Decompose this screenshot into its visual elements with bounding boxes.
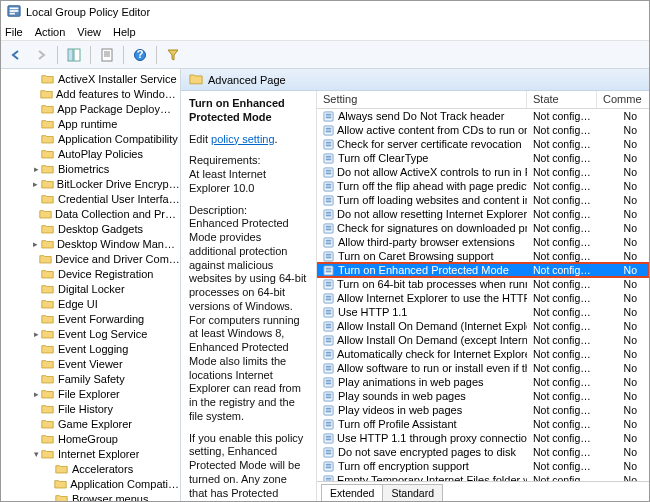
toggle-tree-button[interactable]: [63, 44, 85, 66]
tree-item[interactable]: ▸BitLocker Drive Encryption: [3, 176, 180, 191]
tree-item[interactable]: App Package Deployment: [3, 101, 180, 116]
tree-item[interactable]: Browser menus: [3, 491, 180, 501]
setting-row[interactable]: Do not allow ActiveX controls to run in …: [317, 165, 649, 179]
tree-item[interactable]: Data Collection and Preview Bui: [3, 206, 180, 221]
nav-tree[interactable]: ActiveX Installer ServiceAdd features to…: [1, 69, 181, 501]
setting-row[interactable]: Check for server certificate revocationN…: [317, 137, 649, 151]
setting-row[interactable]: Turn off ClearTypeNot configuredNo: [317, 151, 649, 165]
svg-rect-41: [326, 242, 332, 244]
setting-state: Not configured: [527, 390, 597, 402]
tree-item[interactable]: Family Safety: [3, 371, 180, 386]
setting-icon: [323, 447, 335, 458]
setting-row[interactable]: Turn off loading websites and content in…: [317, 193, 649, 207]
tree-item[interactable]: Event Forwarding: [3, 311, 180, 326]
setting-row[interactable]: Play animations in web pagesNot configur…: [317, 375, 649, 389]
tree-item[interactable]: Desktop Gadgets: [3, 221, 180, 236]
tree-item[interactable]: AutoPlay Policies: [3, 146, 180, 161]
tree-item[interactable]: Add features to Windows 10: [3, 86, 180, 101]
setting-row[interactable]: Turn on Caret Browsing supportNot config…: [317, 249, 649, 263]
setting-name: Allow Install On Demand (except Internet…: [337, 334, 527, 346]
tree-item[interactable]: Application Compatibility: [3, 131, 180, 146]
twisty-icon[interactable]: ▾: [31, 449, 41, 459]
setting-row[interactable]: Use HTTP 1.1Not configuredNo: [317, 305, 649, 319]
tab-extended[interactable]: Extended: [321, 484, 383, 501]
menu-view[interactable]: View: [77, 26, 101, 38]
setting-row[interactable]: Do not save encrypted pages to diskNot c…: [317, 445, 649, 459]
tree-item[interactable]: App runtime: [3, 116, 180, 131]
folder-icon: [41, 73, 55, 85]
setting-state: Not configured: [527, 138, 597, 150]
tree-item-label: Edge UI: [58, 298, 98, 310]
tree-item[interactable]: Device Registration: [3, 266, 180, 281]
setting-icon: [323, 349, 334, 360]
svg-rect-91: [326, 477, 332, 479]
menu-file[interactable]: File: [5, 26, 23, 38]
tree-item[interactable]: Event Viewer: [3, 356, 180, 371]
svg-rect-76: [326, 407, 332, 409]
tree-item[interactable]: ActiveX Installer Service: [3, 71, 180, 86]
twisty-icon[interactable]: ▸: [31, 329, 41, 339]
setting-row[interactable]: Turn off Profile AssistantNot configured…: [317, 417, 649, 431]
twisty-icon[interactable]: ▸: [31, 179, 41, 189]
main-pane: Advanced Page Turn on Enhanced Protected…: [181, 69, 649, 501]
setting-row[interactable]: Turn off encryption supportNot configure…: [317, 459, 649, 473]
setting-row[interactable]: Allow Internet Explorer to use the HTTP2…: [317, 291, 649, 305]
setting-comment: No: [597, 110, 649, 122]
col-comment[interactable]: Comme: [597, 91, 649, 108]
tree-item[interactable]: Credential User Interface: [3, 191, 180, 206]
tree-item[interactable]: File History: [3, 401, 180, 416]
setting-row[interactable]: Turn on Enhanced Protected ModeNot confi…: [317, 263, 649, 277]
tree-item[interactable]: ▸File Explorer: [3, 386, 180, 401]
setting-row[interactable]: Use HTTP 1.1 through proxy connectionsNo…: [317, 431, 649, 445]
tree-item[interactable]: Digital Locker: [3, 281, 180, 296]
col-state[interactable]: State: [527, 91, 597, 108]
list-rows[interactable]: Always send Do Not Track headerNot confi…: [317, 109, 649, 481]
back-button[interactable]: [5, 44, 27, 66]
properties-button[interactable]: [96, 44, 118, 66]
tree-item[interactable]: ▸Event Log Service: [3, 326, 180, 341]
svg-rect-31: [326, 197, 332, 199]
tree-item[interactable]: Event Logging: [3, 341, 180, 356]
forward-button[interactable]: [30, 44, 52, 66]
setting-row[interactable]: Turn off the flip ahead with page predic…: [317, 179, 649, 193]
tree-item[interactable]: Edge UI: [3, 296, 180, 311]
description-pane: Turn on Enhanced Protected Mode Edit pol…: [181, 91, 317, 501]
setting-comment: No: [597, 236, 649, 248]
setting-row[interactable]: Allow Install On Demand (Internet Explor…: [317, 319, 649, 333]
menu-help[interactable]: Help: [113, 26, 136, 38]
setting-row[interactable]: Allow active content from CDs to run on …: [317, 123, 649, 137]
setting-state: Not configured: [527, 236, 597, 248]
setting-row[interactable]: Allow Install On Demand (except Internet…: [317, 333, 649, 347]
tree-item[interactable]: Accelerators: [3, 461, 180, 476]
tree-item[interactable]: HomeGroup: [3, 431, 180, 446]
tree-item[interactable]: ▸Biometrics: [3, 161, 180, 176]
col-setting[interactable]: Setting: [317, 91, 527, 108]
tree-item[interactable]: ▸Desktop Window Manager: [3, 236, 180, 251]
tree-item[interactable]: Application Compatibility: [3, 476, 180, 491]
folder-icon: [41, 238, 54, 250]
setting-name: Allow third-party browser extensions: [338, 236, 515, 248]
twisty-icon[interactable]: ▸: [31, 239, 41, 249]
menu-action[interactable]: Action: [35, 26, 66, 38]
help-button[interactable]: ?: [129, 44, 151, 66]
setting-row[interactable]: Do not allow resetting Internet Explorer…: [317, 207, 649, 221]
filter-button[interactable]: [162, 44, 184, 66]
tree-item-label: Application Compatibility: [70, 478, 180, 490]
setting-name: Turn off encryption support: [338, 460, 469, 472]
setting-row[interactable]: Allow software to run or install even if…: [317, 361, 649, 375]
twisty-icon[interactable]: ▸: [31, 164, 41, 174]
setting-row[interactable]: Always send Do Not Track headerNot confi…: [317, 109, 649, 123]
setting-row[interactable]: Play sounds in web pagesNot configuredNo: [317, 389, 649, 403]
tree-item[interactable]: ▾Internet Explorer: [3, 446, 180, 461]
setting-row[interactable]: Play videos in web pagesNot configuredNo: [317, 403, 649, 417]
edit-policy-link[interactable]: policy setting: [211, 133, 275, 145]
setting-row[interactable]: Allow third-party browser extensionsNot …: [317, 235, 649, 249]
setting-row[interactable]: Check for signatures on downloaded progr…: [317, 221, 649, 235]
tree-item[interactable]: Game Explorer: [3, 416, 180, 431]
setting-row[interactable]: Automatically check for Internet Explore…: [317, 347, 649, 361]
tree-item[interactable]: Device and Driver Compatibility: [3, 251, 180, 266]
tab-standard[interactable]: Standard: [382, 484, 443, 501]
setting-row[interactable]: Empty Temporary Internet Files folder wh…: [317, 473, 649, 481]
setting-row[interactable]: Turn on 64-bit tab processes when runnin…: [317, 277, 649, 291]
twisty-icon[interactable]: ▸: [31, 389, 41, 399]
